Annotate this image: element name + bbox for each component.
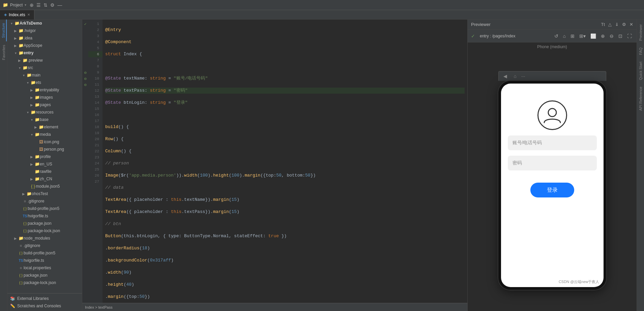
line-num: 16 xyxy=(88,112,103,118)
tree-item-package-json2[interactable]: ▶ { } package.json xyxy=(7,272,82,279)
tree-item-images[interactable]: ▶ 📁 images xyxy=(7,94,82,101)
breadcrumb-text: Index > textPass xyxy=(85,305,113,309)
tree-item-build-profile2[interactable]: ▶ { } build-profile.json5 xyxy=(7,249,82,257)
scratches-label: Scratches and Consoles xyxy=(17,304,61,308)
nav-back-btn[interactable]: ◀ xyxy=(501,73,509,80)
download-icon[interactable]: ⇓ xyxy=(615,22,619,27)
folder-icon: 📁 xyxy=(18,236,24,241)
phone-password-input[interactable]: 密码 xyxy=(508,156,597,170)
grid-icon[interactable]: ⊞ xyxy=(569,33,576,39)
gutter-cell xyxy=(82,88,88,94)
tree-label: entryability xyxy=(40,88,59,92)
tab-close-btn[interactable]: ✕ xyxy=(27,13,30,17)
line-num: 14 xyxy=(88,100,103,106)
tt-icon[interactable]: Tt xyxy=(601,22,605,27)
tree-item-pages[interactable]: ▶ 📁 pages xyxy=(7,101,82,108)
tree-item-preview[interactable]: ▶ 📁 .preview xyxy=(7,57,82,64)
external-libraries-item[interactable]: 📚 External Libraries xyxy=(7,295,82,302)
tree-label: .idea xyxy=(24,36,32,40)
tree-item-base[interactable]: ▾ 📁 base xyxy=(7,116,82,123)
tree-item-zh-cn[interactable]: ▶ 📁 zh_CN xyxy=(7,175,82,183)
line-numbers: 1 2 3 4 5 6 7 8 9 10 11 12 13 14 15 16 1… xyxy=(88,20,103,303)
settings-icon[interactable]: ⚙ xyxy=(622,22,626,27)
folder-icon: 📁 xyxy=(34,88,40,92)
structure-tab[interactable]: Structure xyxy=(1,20,7,41)
tree-item-profile[interactable]: ▶ 📁 profile xyxy=(7,153,82,160)
tree-item-element[interactable]: ▶ 📁 element xyxy=(7,123,82,131)
faq-tab[interactable]: FAQ xyxy=(638,44,643,58)
scratches-item[interactable]: ✏️ Scratches and Consoles xyxy=(7,302,82,310)
triangle-icon[interactable]: △ xyxy=(608,22,612,27)
tree-item-package-lock-json2[interactable]: ▶ { } package-lock.json xyxy=(7,279,82,286)
library-icon: 📚 xyxy=(10,296,15,301)
zoom-in-icon[interactable]: ⊕ xyxy=(599,33,606,39)
zoom-out-icon[interactable]: ⊖ xyxy=(608,33,615,39)
refresh-icon[interactable]: ↺ xyxy=(553,33,560,39)
favorites-tab[interactable]: Favorites xyxy=(1,41,6,63)
tab-index-ets[interactable]: ◈ Index.ets ✕ xyxy=(0,10,34,20)
code-line: @State btnLogin: string = "登录" xyxy=(105,100,465,106)
tree-item-entryability[interactable]: ▶ 📁 entryability xyxy=(7,86,82,94)
tree-item-hvigorfile-ts[interactable]: ▶ TS hvigorfile.ts xyxy=(7,212,82,220)
tree-item-arkts-demo[interactable]: ▾ 📁 ArkTsDemo xyxy=(7,20,82,27)
tree-item-module-json5[interactable]: ▶ { } module.json5 xyxy=(7,183,82,190)
close-icon[interactable]: ✕ xyxy=(630,22,633,27)
list-icon[interactable]: ☰ xyxy=(36,2,41,8)
tree-label: package-lock.json xyxy=(24,280,56,285)
grid-down-icon[interactable]: ⊞▾ xyxy=(578,33,587,39)
tree-item-node-modules[interactable]: ▶ 📁 node_modules xyxy=(7,235,82,242)
tree-item-person-png[interactable]: ▶ 🖼 person.png xyxy=(7,146,82,153)
line-num: 4 xyxy=(88,39,103,45)
nav-home-btn[interactable]: ⌂ xyxy=(512,73,519,80)
nav-more-btn[interactable]: ··· xyxy=(521,73,525,79)
tree-item-gitignore2[interactable]: ▶ ≡ .gitignore xyxy=(7,242,82,249)
tree-item-gitignore[interactable]: ▶ ≡ .gitignore xyxy=(7,197,82,205)
expand-icon[interactable]: ⬜ xyxy=(589,33,597,39)
arrow-icon: ▾ xyxy=(17,66,22,70)
tree-item-local-properties[interactable]: ▶ ≡ local.properties xyxy=(7,264,82,272)
previewer-panel: Previewer Tt △ ⇓ ⚙ ✕ ✓ entry : /pages/In… xyxy=(467,20,637,311)
quick-start-tab[interactable]: Quick Start xyxy=(638,58,643,83)
gutter-cell xyxy=(82,57,88,63)
tree-item-media[interactable]: ▾ 📁 media xyxy=(7,131,82,138)
ts-file-icon: TS xyxy=(22,214,28,218)
tree-item-ohostest[interactable]: ▶ 📁 ohosTest xyxy=(7,190,82,197)
tree-item-package-lock-json[interactable]: ▶ { } package-lock.json xyxy=(7,227,82,235)
fullscreen-icon[interactable]: ⛶ xyxy=(626,33,633,39)
arrow-icon: ▶ xyxy=(29,88,34,92)
code-container[interactable]: ✓ ⊖ ⊖ ⊖ xyxy=(82,20,467,303)
add-icon[interactable]: ⊕ xyxy=(29,2,34,8)
tree-item-rawfile[interactable]: ▶ 📁 rawfile xyxy=(7,168,82,175)
gutter-cell xyxy=(82,142,88,148)
tree-item-package-json[interactable]: ▶ { } package.json xyxy=(7,220,82,227)
phone-username-input[interactable]: 账号/电话号码 xyxy=(508,135,597,150)
home-icon[interactable]: ⌂ xyxy=(562,33,567,39)
tree-item-appscope[interactable]: ▶ 📁 AppScope xyxy=(7,42,82,49)
code-line xyxy=(105,63,465,69)
tree-item-hvigor[interactable]: ▶ 📁 .hvigor xyxy=(7,27,82,34)
code-line: TextArea({ placeholder : this.textPass})… xyxy=(105,209,465,215)
code-editor[interactable]: @Entry @Component struct Index { @State … xyxy=(103,20,467,303)
project-label: Project xyxy=(10,3,23,7)
tree-item-hvigorfile-ts2[interactable]: ▶ TS hvigorfile.ts xyxy=(7,257,82,264)
tree-item-ets[interactable]: ▾ 📁 ets xyxy=(7,79,82,86)
code-line: Row() { xyxy=(105,136,465,142)
settings-icon[interactable]: ⚙ xyxy=(50,2,55,8)
api-reference-tab[interactable]: API Reference xyxy=(638,83,643,114)
fit-icon[interactable]: ⊡ xyxy=(617,33,624,39)
tree-item-build-profile[interactable]: ▶ { } build-profile.json5 xyxy=(7,205,82,212)
line-num: 7 xyxy=(88,57,103,63)
folder-icon: 📁 xyxy=(26,73,32,77)
tree-item-icon-png[interactable]: ▶ 🖼 icon.png xyxy=(7,138,82,146)
tree-item-src[interactable]: ▾ 📁 src xyxy=(7,64,82,71)
previewer-right-tab[interactable]: Previewer xyxy=(638,21,643,44)
tree-item-en-us[interactable]: ▶ 📁 en_US xyxy=(7,160,82,168)
tree-item-idea[interactable]: ▶ 📁 .idea xyxy=(7,34,82,42)
phone-login-btn[interactable]: 登录 xyxy=(530,183,574,197)
minimize-icon[interactable]: — xyxy=(57,2,63,8)
tree-item-resources[interactable]: ▾ 📁 resources xyxy=(7,108,82,116)
tree-item-main[interactable]: ▾ 📁 main xyxy=(7,71,82,79)
sort-icon[interactable]: ⇅ xyxy=(43,2,48,8)
file-icon: ≡ xyxy=(22,199,28,203)
tree-item-entry[interactable]: ▾ 📁 entry xyxy=(7,49,82,57)
